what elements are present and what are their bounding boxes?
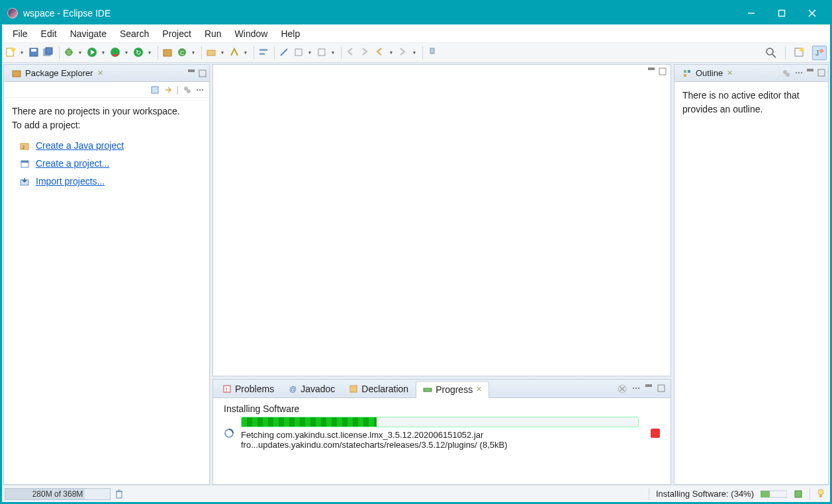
run-button[interactable] (87, 47, 99, 59)
svg-rect-17 (113, 54, 118, 56)
menu-help[interactable]: Help (274, 26, 306, 42)
view-menu-icon[interactable] (196, 86, 204, 94)
package-icon (12, 69, 21, 78)
coverage-button[interactable] (110, 47, 122, 59)
minimize-editor-icon[interactable] (648, 67, 655, 70)
outline-tab-label: Outline (696, 68, 723, 78)
menu-project[interactable]: Project (156, 26, 198, 42)
close-outline-tab-icon[interactable]: ✕ (727, 69, 733, 77)
create-java-project-link[interactable]: Create a Java project (36, 139, 124, 153)
minimize-view-icon[interactable] (188, 69, 195, 72)
minimize-bottom-icon[interactable] (645, 384, 652, 387)
open-type-button[interactable] (206, 47, 218, 59)
status-separator (649, 488, 649, 500)
next-annotation-button[interactable] (293, 47, 305, 59)
forward-button[interactable] (398, 47, 410, 59)
debug-button[interactable] (64, 47, 75, 59)
menu-file[interactable]: File (6, 26, 34, 42)
problems-icon: ! (222, 384, 232, 394)
svg-point-43 (202, 89, 203, 90)
minimize-button[interactable] (736, 3, 766, 23)
eclipse-icon (7, 8, 18, 19)
focus-task-icon[interactable] (183, 85, 192, 95)
progress-tab[interactable]: Progress ✕ (416, 381, 489, 398)
maximize-outline-icon[interactable] (817, 69, 825, 78)
outline-focus-icon[interactable] (782, 69, 791, 78)
minimize-outline-icon[interactable] (807, 69, 813, 71)
maximize-editor-icon[interactable] (659, 67, 667, 75)
quick-access-search-icon[interactable] (765, 47, 777, 59)
svg-rect-75 (795, 491, 802, 497)
new-class-button[interactable]: C (177, 47, 189, 59)
status-separator (809, 488, 810, 500)
menu-run[interactable]: Run (198, 26, 228, 42)
status-task-text: Installing Software: (34%) (656, 489, 754, 499)
clear-finished-icon[interactable] (618, 384, 627, 394)
svg-rect-59 (658, 385, 665, 392)
svg-point-33 (800, 48, 804, 52)
save-button[interactable] (28, 47, 40, 59)
status-progress-mini[interactable] (761, 490, 787, 498)
back-history-button[interactable] (346, 47, 357, 59)
subtool-separator: | (177, 85, 179, 95)
svg-point-57 (635, 387, 637, 388)
maximize-view-icon[interactable] (199, 69, 207, 77)
svg-point-30 (766, 48, 773, 55)
statusbar: 280M of 368M Installing Software: (34%) (2, 485, 830, 502)
toolbar-separator (59, 46, 60, 60)
collapse-all-icon[interactable] (150, 85, 160, 95)
link-editor-icon[interactable] (163, 85, 173, 95)
new-package-button[interactable] (162, 47, 174, 59)
close-button[interactable] (797, 3, 827, 23)
status-updates-icon[interactable] (794, 489, 803, 499)
toolbar-separator (201, 46, 202, 60)
new-button[interactable] (5, 47, 17, 59)
svg-rect-54 (424, 388, 432, 392)
search-button-tb[interactable] (229, 47, 241, 59)
run-last-button[interactable]: ↻ (133, 47, 145, 59)
outline-tab[interactable]: Outline ✕ (677, 66, 738, 80)
svg-rect-23 (207, 50, 215, 56)
editor-area[interactable] (212, 64, 671, 376)
heap-status[interactable]: 280M of 368M (5, 488, 111, 500)
svg-text:J: J (22, 144, 24, 150)
menu-edit[interactable]: Edit (34, 26, 64, 42)
menubar: File Edit Navigate Search Project Run Wi… (2, 24, 830, 43)
close-progress-tab-icon[interactable]: ✕ (476, 385, 482, 394)
outline-view-menu-icon[interactable] (795, 69, 803, 78)
forward-history-button[interactable] (360, 47, 372, 59)
svg-text:↻: ↻ (136, 49, 141, 56)
titlebar[interactable]: wspace - Eclipse IDE (2, 2, 830, 24)
svg-rect-62 (688, 70, 690, 73)
menu-navigate[interactable]: Navigate (64, 26, 113, 42)
center-column: ! Problems @ Javadoc Declaration (212, 64, 671, 485)
package-explorer-view: Package Explorer ✕ | (3, 64, 210, 485)
menu-search[interactable]: Search (113, 26, 156, 42)
toolbar-separator (422, 46, 423, 60)
prev-annotation-button[interactable] (316, 47, 328, 59)
create-project-link[interactable]: Create a project... (36, 157, 109, 171)
close-tab-icon[interactable]: ✕ (97, 69, 103, 77)
bottom-view-menu-icon[interactable] (632, 384, 640, 394)
pin-editor-button[interactable] (279, 47, 291, 59)
package-explorer-tab[interactable]: Package Explorer ✕ (7, 66, 109, 80)
gc-trash-icon[interactable] (115, 489, 124, 499)
menu-window[interactable]: Window (228, 26, 275, 42)
javadoc-tab[interactable]: @ Javadoc (281, 381, 342, 397)
stop-task-button[interactable] (651, 429, 660, 438)
open-perspective-button[interactable] (794, 47, 806, 59)
import-projects-link[interactable]: Import projects... (36, 175, 105, 189)
toolbar-separator (254, 46, 254, 60)
pin-button[interactable] (427, 47, 439, 59)
toggle-breadcrumb-button[interactable] (258, 47, 270, 59)
declaration-tab[interactable]: Declaration (342, 381, 416, 397)
maximize-bottom-icon[interactable] (657, 384, 665, 394)
maximize-button[interactable] (766, 3, 797, 23)
save-all-button[interactable] (43, 47, 55, 59)
back-button[interactable] (375, 47, 387, 59)
svg-point-67 (798, 71, 800, 73)
java-perspective-button[interactable]: J (812, 46, 827, 60)
problems-tab[interactable]: ! Problems (216, 381, 281, 397)
svg-rect-29 (430, 48, 434, 54)
tip-icon[interactable] (817, 489, 825, 499)
